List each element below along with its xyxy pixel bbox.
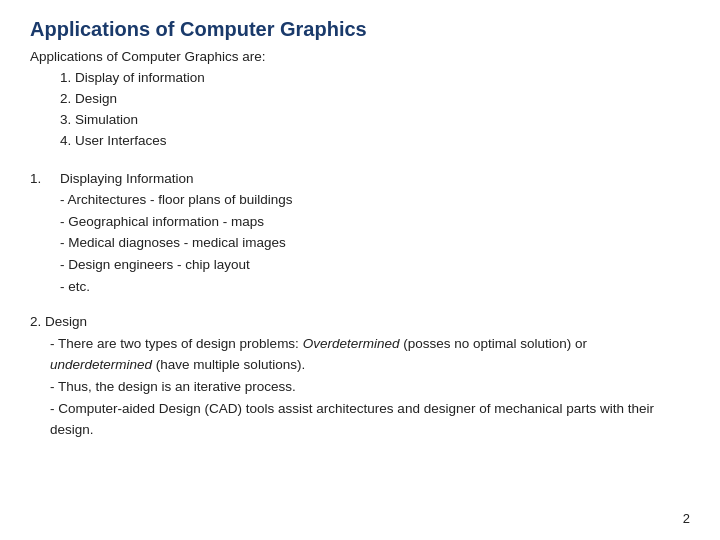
intro-item-4: 4. User Interfaces	[60, 131, 690, 152]
intro-block: Applications of Computer Graphics are: 1…	[30, 47, 690, 152]
section1: 1. Displaying Information - Architecture…	[30, 168, 690, 298]
section1-number: 1.	[30, 168, 60, 298]
section2-line1-mid: (posses no optimal solution) or	[399, 336, 587, 351]
section2-underdetermined: underdetermined	[50, 357, 152, 372]
section1-bullet-5: - etc.	[60, 276, 690, 298]
section1-bullet-3: - Medical diagnoses - medical images	[60, 232, 690, 254]
section1-bullet-4: - Design engineers - chip layout	[60, 254, 690, 276]
section2-line1: - There are two types of design problems…	[30, 333, 690, 376]
section2: 2. Design - There are two types of desig…	[30, 311, 690, 441]
intro-item-3: 3. Simulation	[60, 110, 690, 131]
section2-line1-post: (have multiple solutions).	[152, 357, 305, 372]
section2-line2: - Thus, the design is an iterative proce…	[30, 376, 690, 398]
section2-label: 2. Design	[30, 311, 690, 333]
section2-overdetermined: Overdetermined	[303, 336, 400, 351]
intro-line1: Applications of Computer Graphics are:	[30, 47, 690, 68]
section2-line1-pre: - There are two types of design problems…	[50, 336, 303, 351]
section1-heading: Displaying Information	[60, 168, 690, 190]
slide-page: Applications of Computer Graphics Applic…	[0, 0, 720, 540]
section1-bullet-2: - Geographical information - maps	[60, 211, 690, 233]
page-number: 2	[683, 511, 690, 526]
slide-title: Applications of Computer Graphics	[30, 18, 690, 41]
intro-items: 1. Display of information 2. Design 3. S…	[30, 68, 690, 152]
intro-item-2: 2. Design	[60, 89, 690, 110]
section2-line3: - Computer-aided Design (CAD) tools assi…	[30, 398, 690, 441]
intro-item-1: 1. Display of information	[60, 68, 690, 89]
section1-bullet-1: - Architectures - floor plans of buildin…	[60, 189, 690, 211]
section1-content: Displaying Information - Architectures -…	[60, 168, 690, 298]
